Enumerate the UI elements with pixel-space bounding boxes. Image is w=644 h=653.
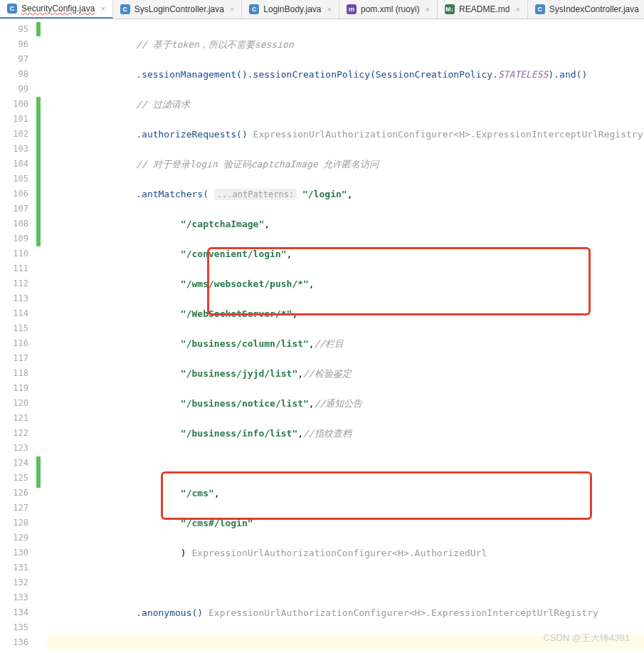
close-icon[interactable]: × (426, 5, 430, 14)
tab-loginbody[interactable]: CLoginBody.java× (242, 0, 339, 19)
editor-tabs: CSecurityConfig.java× CSysLoginControlle… (0, 0, 644, 19)
close-icon[interactable]: × (327, 5, 332, 14)
tab-syslogincontroller[interactable]: CSysLoginController.java× (113, 0, 243, 19)
java-class-icon: C (535, 4, 545, 14)
close-icon[interactable]: × (515, 5, 519, 14)
line-gutter: 9596979899100101102103104105106107108109… (0, 19, 34, 653)
java-class-icon: C (120, 4, 130, 14)
markdown-icon: M↓ (445, 4, 455, 14)
tab-sysindexcontroller[interactable]: CSysIndexController.java (528, 0, 644, 19)
maven-icon: m (347, 4, 357, 14)
change-marks (34, 19, 47, 653)
tab-securityconfig[interactable]: CSecurityConfig.java× (0, 0, 113, 19)
java-class-icon: C (249, 4, 259, 14)
close-icon[interactable]: × (230, 5, 234, 14)
watermark: CSDN @王大锤4391 (543, 632, 630, 644)
editor-body[interactable]: 9596979899100101102103104105106107108109… (0, 19, 644, 653)
close-icon[interactable]: × (100, 4, 105, 13)
tab-pom[interactable]: mpom.xml (ruoyi)× (339, 0, 438, 19)
java-class-icon: C (7, 4, 17, 14)
tab-readme[interactable]: M↓README.md× (438, 0, 528, 19)
code-content[interactable]: // 基于token，所以不需要session .sessionManageme… (47, 19, 644, 653)
